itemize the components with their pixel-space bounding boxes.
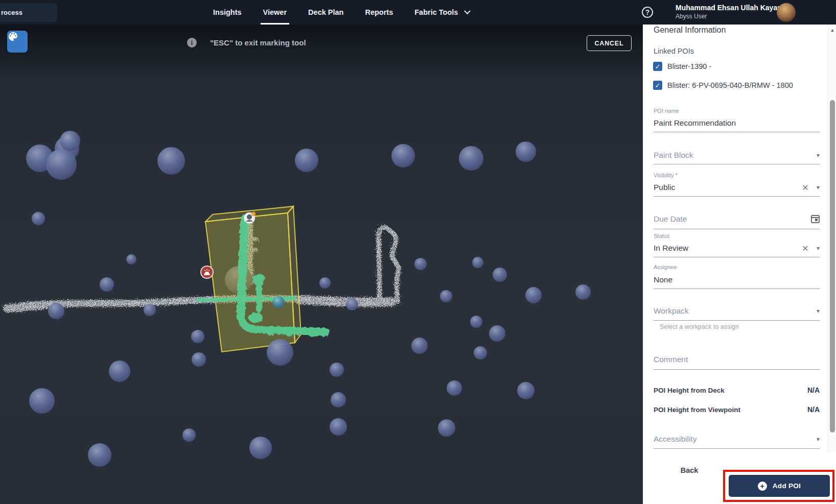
poi-sphere[interactable] bbox=[192, 352, 206, 367]
accessibility-select[interactable]: Accessibility ▾ bbox=[654, 435, 820, 444]
poi-sphere[interactable] bbox=[295, 149, 318, 172]
panel-scrollbar[interactable]: ▲ bbox=[828, 25, 836, 452]
poi-height-viewpoint-row: POI Height from Viewpoint N/A bbox=[654, 405, 820, 414]
poi-sphere[interactable] bbox=[516, 141, 536, 162]
poi-sphere[interactable] bbox=[447, 380, 462, 396]
poi-sphere[interactable] bbox=[331, 392, 346, 407]
calendar-icon[interactable] bbox=[811, 215, 820, 223]
poi-sphere[interactable] bbox=[249, 437, 272, 459]
nav-viewer[interactable]: Viewer bbox=[252, 0, 298, 25]
workpack-select[interactable]: Workpack ▾ bbox=[654, 306, 820, 316]
poi-sphere[interactable] bbox=[525, 287, 542, 303]
poi-sphere[interactable] bbox=[346, 298, 358, 310]
visibility-select[interactable]: Public × ▾ bbox=[654, 183, 820, 192]
poi-sphere[interactable] bbox=[414, 258, 427, 270]
user-name: Muhammad Ehsan Ullah Kayani bbox=[676, 4, 774, 12]
nav-deck-plan[interactable]: Deck Plan bbox=[297, 0, 354, 25]
poi-sphere[interactable] bbox=[88, 443, 111, 467]
poi-marker-blister-red[interactable] bbox=[201, 266, 213, 278]
poi-height-deck-value: N/A bbox=[807, 386, 820, 394]
scroll-up-arrow[interactable]: ▲ bbox=[828, 28, 836, 33]
workpack-helper-text: Select a workpack to assign bbox=[660, 323, 739, 330]
paint-block-placeholder: Paint Block bbox=[654, 151, 817, 160]
poi-sphere[interactable] bbox=[517, 382, 535, 399]
cancel-button[interactable]: CANCEL bbox=[587, 35, 632, 51]
poi-sphere[interactable] bbox=[272, 296, 285, 308]
nav-fabric-tools[interactable]: Fabric Tools bbox=[404, 0, 480, 25]
poi-name-input[interactable]: Paint Recommendation bbox=[654, 118, 736, 128]
poi-sphere[interactable] bbox=[440, 290, 452, 302]
poi-marker-viewpoint[interactable] bbox=[244, 212, 256, 224]
add-poi-button[interactable]: + Add POI bbox=[729, 475, 830, 497]
poi-sphere[interactable] bbox=[489, 325, 505, 342]
divider bbox=[654, 132, 820, 132]
comment-input[interactable]: Comment bbox=[654, 355, 688, 364]
linked-poi-row: ✓ Blister-1390 - bbox=[653, 62, 711, 71]
poi-sphere[interactable] bbox=[459, 146, 483, 171]
clear-icon[interactable]: × bbox=[802, 245, 808, 252]
due-date-field[interactable]: Due Date bbox=[654, 214, 820, 224]
nav-reports[interactable]: Reports bbox=[354, 0, 404, 25]
poi-height-deck-row: POI Height from Deck N/A bbox=[654, 386, 820, 394]
poi-sphere[interactable] bbox=[330, 418, 347, 436]
poi-sphere[interactable] bbox=[330, 363, 344, 377]
dropdown-arrow-icon[interactable]: ▾ bbox=[817, 436, 820, 443]
poi-sphere[interactable] bbox=[48, 303, 64, 319]
marking-banner: i "ESC" to exit marking tool bbox=[187, 38, 306, 47]
avatar[interactable] bbox=[777, 3, 796, 22]
poi-sphere[interactable] bbox=[391, 144, 415, 167]
poi-height-deck-label: POI Height from Deck bbox=[654, 387, 807, 394]
back-button[interactable]: Back bbox=[666, 461, 712, 479]
viewer-scene bbox=[0, 25, 643, 504]
left-tab-process[interactable]: rocess bbox=[0, 3, 57, 22]
linked-poi-label: Blister: 6-PV-0695-040-B/RMW - 1800 bbox=[667, 81, 793, 89]
poi-sphere[interactable] bbox=[267, 339, 293, 366]
poi-sphere[interactable] bbox=[438, 419, 455, 437]
poi-sphere[interactable] bbox=[29, 388, 55, 414]
dropdown-arrow-icon[interactable]: ▾ bbox=[817, 307, 820, 315]
status-select[interactable]: In Review × ▾ bbox=[654, 244, 820, 253]
poi-sphere[interactable] bbox=[493, 268, 507, 282]
poi-sphere[interactable] bbox=[470, 316, 482, 328]
poi-sphere[interactable] bbox=[46, 149, 77, 180]
poi-sphere[interactable] bbox=[157, 147, 185, 175]
divider bbox=[654, 320, 820, 321]
poi-sphere[interactable] bbox=[182, 428, 196, 442]
visibility-value: Public bbox=[654, 183, 802, 192]
dropdown-arrow-icon[interactable]: ▾ bbox=[817, 245, 820, 252]
checkbox-blister-1390[interactable]: ✓ bbox=[653, 62, 662, 71]
paint-marking-tool-button[interactable] bbox=[7, 31, 28, 53]
poi-sphere[interactable] bbox=[32, 212, 45, 225]
viewer-3d-canvas[interactable]: i "ESC" to exit marking tool CANCEL bbox=[0, 25, 643, 504]
poi-sphere[interactable] bbox=[575, 284, 591, 300]
poi-sphere[interactable] bbox=[144, 304, 156, 316]
visibility-label: Visibility * bbox=[654, 172, 678, 178]
help-button[interactable]: ? bbox=[642, 7, 653, 18]
poi-sphere[interactable] bbox=[474, 346, 487, 359]
poi-sphere[interactable] bbox=[126, 254, 136, 265]
poi-height-viewpoint-label: POI Height from Viewpoint bbox=[654, 406, 807, 414]
divider bbox=[654, 164, 820, 164]
checkbox-blister-6pv[interactable]: ✓ bbox=[653, 81, 662, 90]
paint-block-select[interactable]: Paint Block ▾ bbox=[654, 151, 820, 160]
poi-sphere[interactable] bbox=[472, 257, 483, 268]
poi-sphere[interactable] bbox=[60, 131, 80, 151]
poi-sphere[interactable] bbox=[191, 330, 204, 343]
pointcloud-pipes bbox=[7, 217, 399, 308]
assignee-value[interactable]: None bbox=[654, 275, 672, 284]
add-poi-label: Add POI bbox=[773, 482, 801, 490]
poi-sphere[interactable] bbox=[109, 361, 130, 382]
scrollbar-thumb[interactable] bbox=[830, 100, 835, 433]
poi-sphere[interactable] bbox=[100, 277, 114, 292]
dropdown-arrow-icon[interactable]: ▾ bbox=[817, 152, 820, 159]
chevron-down-icon bbox=[464, 8, 471, 14]
user-menu[interactable]: Muhammad Ehsan Ullah Kayani Abyss User bbox=[676, 4, 774, 20]
nav-insights[interactable]: Insights bbox=[202, 0, 252, 25]
poi-sphere[interactable] bbox=[319, 277, 331, 289]
panel-title: General Information bbox=[654, 26, 726, 35]
divider bbox=[654, 369, 820, 370]
clear-icon[interactable]: × bbox=[802, 184, 808, 191]
top-navigation-bar: rocess Insights Viewer Deck Plan Reports… bbox=[0, 0, 836, 25]
poi-sphere[interactable] bbox=[411, 338, 428, 354]
dropdown-arrow-icon[interactable]: ▾ bbox=[817, 184, 820, 191]
